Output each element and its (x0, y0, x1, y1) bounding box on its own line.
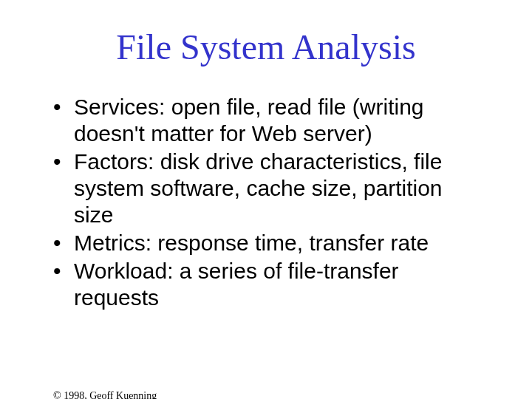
slide-body: Services: open file, read file (writing … (0, 94, 532, 311)
list-item: Workload: a series of file-transfer requ… (53, 258, 488, 311)
list-item: Factors: disk drive characteristics, fil… (53, 149, 488, 228)
copyright-footer: © 1998, Geoff Kuenning (53, 390, 157, 399)
slide-title: File System Analysis (0, 27, 532, 67)
bullet-list: Services: open file, read file (writing … (53, 94, 488, 311)
list-item: Metrics: response time, transfer rate (53, 230, 488, 256)
slide: File System Analysis Services: open file… (0, 27, 532, 399)
list-item: Services: open file, read file (writing … (53, 94, 488, 147)
